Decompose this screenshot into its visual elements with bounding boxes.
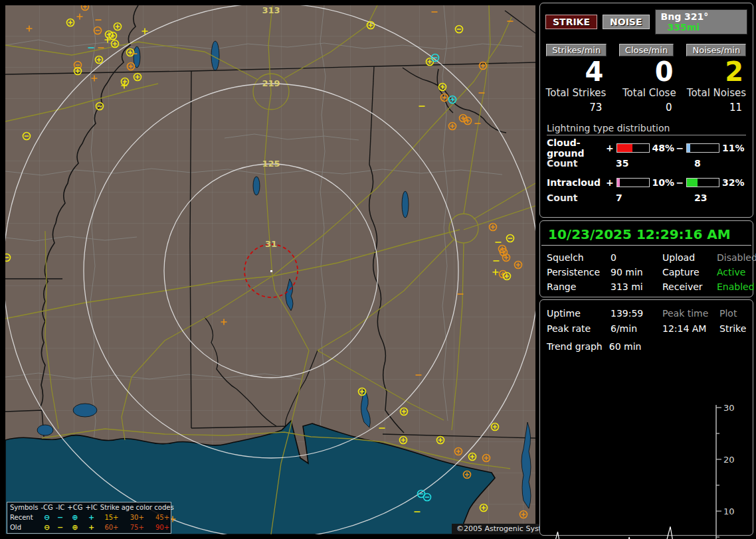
cg-minus-bar	[686, 143, 719, 153]
bearing-readout: Bng 321° 335mi	[655, 9, 747, 35]
ic-minus-pct: 32%	[722, 177, 746, 188]
ic-minus-bar	[686, 178, 719, 187]
squelch-value: 0	[611, 252, 662, 263]
upload-value: Disabled	[717, 252, 756, 263]
age-60: 60+	[99, 523, 124, 533]
ic-plus-bar-fill	[617, 179, 620, 187]
lightning-distribution-section: Lightning type distribution Cloud-ground…	[540, 114, 753, 206]
cg-plus-old-icon: ⊕	[66, 523, 84, 533]
age-15: 15+	[99, 512, 124, 522]
capture-value: Active	[717, 267, 756, 277]
minus-sign: −	[676, 143, 684, 153]
cloud-ground-row: Cloud-ground + 48% − 11%	[547, 141, 746, 155]
noise-toggle-button[interactable]: NOISE	[603, 15, 649, 29]
peak-time-label: Peak time	[662, 308, 719, 319]
cg-minus-old-icon: ⊖	[39, 523, 54, 533]
peak-rate-value: 6/min	[611, 323, 662, 334]
status-panel: 10/23/2025 12:29:16 AM Squelch 0 Upload …	[539, 220, 753, 297]
ic-count-label: Count	[547, 193, 616, 203]
cg-minus-bar-fill	[687, 144, 690, 152]
capture-label: Capture	[662, 267, 717, 277]
bearing-value: Bng 321°	[661, 11, 709, 22]
minus-sign: −	[676, 177, 684, 188]
lightning-map[interactable]: 31321912531	[5, 5, 535, 534]
close-per-min-label: Close/min	[619, 44, 674, 56]
map-legend: Symbols -CG -IC +CG +IC Strike age color…	[7, 502, 171, 534]
peak-rate-label: Peak rate	[547, 323, 611, 334]
ic-plus-pct: 10%	[652, 177, 676, 188]
total-close-label: Total Close	[615, 87, 677, 99]
cg-plus-pct: 48%	[652, 143, 676, 153]
plus-sign: +	[606, 143, 614, 153]
strikes-per-min-column: Strikes/min 4 Total Strikes 73	[545, 44, 607, 114]
legend-col-cg-minus: -CG	[39, 502, 54, 512]
datetime-display: 10/23/2025 12:29:16 AM	[541, 221, 751, 246]
cg-plus-count: 35	[616, 158, 694, 169]
total-strikes-label: Total Strikes	[545, 87, 607, 99]
plot-label: Plot	[719, 308, 746, 319]
legend-age-title: Strike age color codes	[99, 502, 175, 512]
svg-text:30: 30	[723, 403, 735, 413]
svg-text:10: 10	[723, 506, 735, 516]
noises-per-min-value: 2	[686, 56, 747, 87]
total-noises-value: 11	[686, 102, 747, 114]
plus-sign: +	[606, 177, 614, 188]
uptime-label: Uptime	[547, 308, 611, 319]
ic-minus-count: 23	[694, 193, 707, 203]
stats-panel: STRIKE NOISE Bng 321° 335mi Strikes/min …	[539, 3, 753, 218]
age-45: 45+	[149, 512, 175, 522]
persistence-value: 90 min	[611, 267, 662, 277]
intracloud-label: Intracloud	[547, 177, 606, 188]
legend-symbols-label: Symbols	[7, 502, 39, 512]
svg-text:20: 20	[723, 455, 735, 465]
intracloud-count-row: Count 7 23	[547, 190, 746, 206]
cg-minus-pct: 11%	[722, 143, 746, 153]
range-value: 313 mi	[611, 281, 662, 292]
trend-graph: 1020306050403020100min	[540, 353, 751, 539]
legend-col-ic-plus: +IC	[84, 502, 98, 512]
upload-label: Upload	[662, 252, 717, 263]
ic-plus-recent-icon: +	[84, 512, 98, 522]
legend-col-cg-plus: +CG	[66, 502, 84, 512]
squelch-label: Squelch	[547, 252, 611, 263]
age-90: 90+	[149, 523, 175, 533]
strikes-per-min-label: Strikes/min	[546, 44, 607, 56]
trend-series-Total	[547, 526, 711, 539]
map-panel: 31321912531 Symbols -CG -IC +CG +IC Stri…	[5, 5, 535, 534]
cloud-ground-count-row: Count 35 8	[547, 155, 746, 171]
noises-per-min-column: Noises/min 2 Total Noises 11	[686, 44, 747, 114]
noises-per-min-label: Noises/min	[686, 44, 746, 56]
cloud-ground-label: Cloud-ground	[547, 137, 606, 159]
bearing-distance: 335mi	[668, 22, 700, 33]
legend-col-ic-minus: -IC	[54, 502, 66, 512]
distribution-title: Lightning type distribution	[547, 123, 746, 135]
ic-minus-bar-fill	[687, 179, 697, 187]
ring-label-125: 125	[262, 159, 280, 169]
close-per-min-column: Close/min 0 Total Close 0	[615, 44, 677, 114]
trend-window-value: 60 min	[609, 341, 642, 352]
legend-recent-label: Recent	[7, 512, 39, 522]
intracloud-row: Intracloud + 10% − 32%	[547, 175, 746, 190]
range-label: Range	[547, 281, 611, 292]
cg-plus-bar-fill	[617, 144, 632, 152]
total-strikes-value: 73	[545, 102, 607, 114]
cg-plus-bar	[616, 143, 650, 153]
close-per-min-value: 0	[615, 56, 677, 87]
cg-count-label: Count	[547, 158, 616, 169]
ic-plus-bar	[616, 178, 650, 187]
cg-plus-recent-icon: ⊕	[66, 512, 84, 522]
plot-value: Strike	[719, 323, 746, 334]
strike-toggle-button[interactable]: STRIKE	[545, 15, 597, 29]
ring-label-219: 219	[262, 78, 280, 88]
total-noises-label: Total Noises	[686, 87, 747, 99]
station-marker	[270, 270, 272, 272]
total-close-value: 0	[615, 102, 677, 114]
cg-minus-count: 8	[694, 158, 701, 169]
persistence-label: Persistence	[547, 267, 611, 277]
ring-label-31: 31	[265, 239, 277, 249]
ring-label-313: 313	[262, 5, 280, 15]
receiver-label: Receiver	[662, 281, 717, 292]
legend-old-label: Old	[7, 523, 39, 533]
age-30: 30+	[124, 512, 149, 522]
ic-minus-old-icon: −	[54, 523, 66, 533]
